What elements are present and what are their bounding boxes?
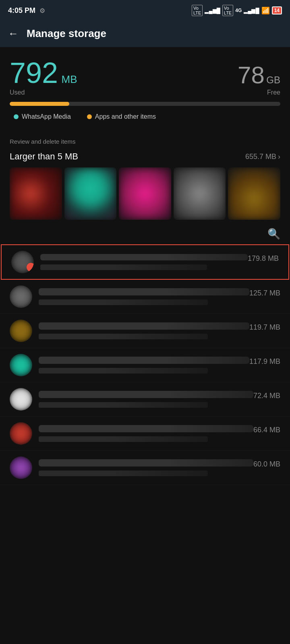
thumbnail-2[interactable] xyxy=(64,167,117,220)
chat-name-blur-3 xyxy=(39,322,249,330)
whatsapp-media-dot xyxy=(14,114,19,119)
chat-list: 179.8 MB 125.7 MB 119.7 MB xyxy=(0,244,290,485)
chat-name-row-7: 60.0 MB xyxy=(39,459,280,469)
avatar-6 xyxy=(10,422,32,445)
avatar-2 xyxy=(10,285,32,308)
apps-other-label: Apps and other items xyxy=(95,113,156,120)
chat-size-2: 125.7 MB xyxy=(249,289,280,297)
chat-size-6: 66.4 MB xyxy=(253,426,280,434)
apps-other-dot xyxy=(87,114,92,119)
chat-info-6: 66.4 MB xyxy=(39,425,280,442)
avatar-3 xyxy=(10,320,32,342)
legend-apps-other: Apps and other items xyxy=(87,113,156,120)
legend-whatsapp-media: WhatsApp Media xyxy=(14,113,71,120)
signal-bars-1: ▂▄▆█ xyxy=(205,8,220,14)
storage-numbers: 792 MB Used 78 GB Free xyxy=(10,58,280,96)
chat-name-blur-2 xyxy=(39,288,249,295)
wifi-icon: 📶 xyxy=(261,6,270,15)
thumbnail-3[interactable] xyxy=(119,167,171,220)
free-label: Free xyxy=(238,89,280,96)
chat-name-row-6: 66.4 MB xyxy=(39,425,280,435)
chat-size-3: 119.7 MB xyxy=(249,323,280,332)
signal-bars-2: ▂▄▆█ xyxy=(244,8,259,14)
used-unit: MB xyxy=(62,73,77,85)
storage-info-section: 792 MB Used 78 GB Free WhatsApp Media Ap… xyxy=(0,47,290,128)
chat-subtext-1 xyxy=(40,264,207,270)
chat-info-2: 125.7 MB xyxy=(39,288,280,305)
chat-info-4: 117.9 MB xyxy=(39,357,280,374)
search-button[interactable]: 🔍 xyxy=(267,228,280,240)
free-amount: 78 xyxy=(238,62,265,89)
storage-legend: WhatsApp Media Apps and other items xyxy=(10,113,280,120)
chat-info-7: 60.0 MB xyxy=(39,459,280,476)
larger-than-size-value: 655.7 MB xyxy=(245,153,276,161)
chat-subtext-3 xyxy=(39,334,208,339)
chat-name-row-3: 119.7 MB xyxy=(39,322,280,332)
larger-than-label: Larger than 5 MB xyxy=(10,151,78,162)
chat-size-7: 60.0 MB xyxy=(253,460,280,469)
whatsapp-media-label: WhatsApp Media xyxy=(22,113,71,120)
status-bar: 4:05 PM ⚙ VoLTE ▂▄▆█ VoLTE 4G ▂▄▆█ 📶 14 xyxy=(0,0,290,20)
chat-subtext-5 xyxy=(39,402,208,408)
search-row: 🔍 xyxy=(0,228,290,244)
chat-subtext-7 xyxy=(39,471,208,476)
avatar-7 xyxy=(10,456,32,479)
signal-4g: 4G xyxy=(235,8,242,13)
back-button[interactable]: ← xyxy=(8,27,19,40)
thumbnail-1[interactable] xyxy=(10,167,62,220)
free-section: 78 GB Free xyxy=(238,63,280,96)
chat-item-4[interactable]: 117.9 MB xyxy=(0,348,290,382)
chat-name-blur-1 xyxy=(40,254,248,260)
chat-info-5: 72.4 MB xyxy=(39,391,280,408)
media-thumbnails-row[interactable] xyxy=(10,167,280,220)
status-time: 4:05 PM xyxy=(8,6,35,15)
chat-item-5[interactable]: 72.4 MB xyxy=(0,382,290,417)
chat-item-1[interactable]: 179.8 MB xyxy=(1,244,289,280)
app-header: ← Manage storage xyxy=(0,20,290,47)
page-title: Manage storage xyxy=(27,27,106,40)
chat-subtext-6 xyxy=(39,436,208,442)
larger-than-size: 655.7 MB › xyxy=(245,153,280,161)
settings-icon: ⚙ xyxy=(39,7,45,14)
free-unit: GB xyxy=(266,74,280,85)
chat-info-3: 119.7 MB xyxy=(39,322,280,339)
avatar-badge-1 xyxy=(27,263,34,272)
battery-indicator: 14 xyxy=(272,6,282,14)
chat-item-2[interactable]: 125.7 MB xyxy=(0,280,290,314)
thumbnail-4[interactable] xyxy=(174,167,226,220)
avatar-4 xyxy=(10,354,32,376)
chat-name-row-1: 179.8 MB xyxy=(40,254,279,263)
chat-name-row-4: 117.9 MB xyxy=(39,357,280,366)
chevron-right-icon: › xyxy=(278,153,280,161)
status-icons: VoLTE ▂▄▆█ VoLTE 4G ▂▄▆█ 📶 14 xyxy=(192,5,282,16)
used-section: 792 MB Used xyxy=(10,58,77,96)
chat-size-5: 72.4 MB xyxy=(253,392,280,400)
thumbnail-5[interactable] xyxy=(228,167,280,220)
chat-info-1: 179.8 MB xyxy=(40,254,279,270)
chat-name-row-5: 72.4 MB xyxy=(39,391,280,400)
used-amount: 792 xyxy=(10,57,58,89)
chat-name-row-2: 125.7 MB xyxy=(39,288,280,298)
chat-name-blur-5 xyxy=(39,391,253,398)
progress-bar-fill xyxy=(10,102,69,106)
chat-subtext-2 xyxy=(39,299,208,305)
chat-name-blur-6 xyxy=(39,425,253,432)
chat-size-4: 117.9 MB xyxy=(249,357,280,366)
chat-item-3[interactable]: 119.7 MB xyxy=(0,314,290,348)
chat-item-6[interactable]: 66.4 MB xyxy=(0,417,290,451)
signal-icon-1: VoLTE xyxy=(192,5,203,16)
signal-icon-2: VoLTE xyxy=(222,5,233,16)
chat-item-7[interactable]: 60.0 MB xyxy=(0,451,290,485)
chat-subtext-4 xyxy=(39,368,208,374)
larger-than-row[interactable]: Larger than 5 MB 655.7 MB › xyxy=(10,151,280,162)
used-label: Used xyxy=(10,89,77,96)
avatar-5 xyxy=(10,388,32,411)
chat-name-blur-4 xyxy=(39,357,249,364)
storage-progress-bar xyxy=(10,102,280,106)
review-section: Review and delete items Larger than 5 MB… xyxy=(0,128,290,220)
review-title: Review and delete items xyxy=(10,138,280,145)
chat-name-blur-7 xyxy=(39,459,253,466)
chat-size-1: 179.8 MB xyxy=(248,254,279,263)
avatar-1 xyxy=(11,251,34,273)
